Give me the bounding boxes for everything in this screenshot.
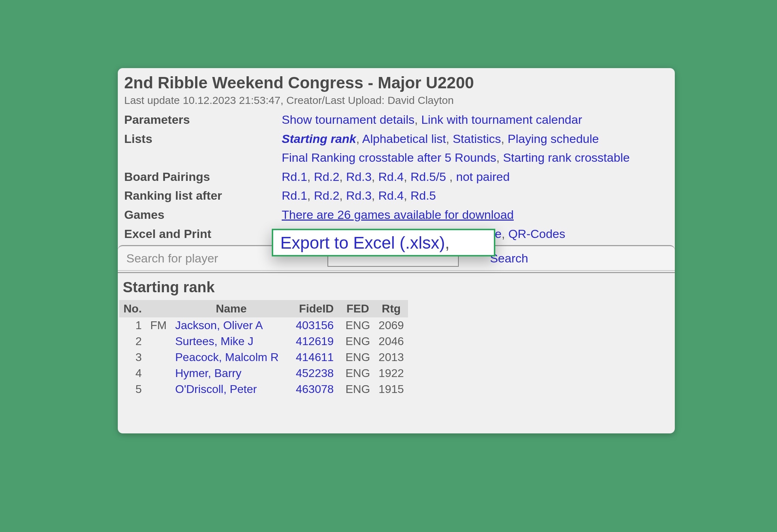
cell-title	[146, 349, 171, 365]
col-rtg: Rtg	[374, 300, 408, 317]
table-header-row: No. Name FideID FED Rtg	[119, 300, 408, 317]
label-excel-print: Excel and Print	[124, 226, 282, 243]
table-row: 2Surtees, Mike J412619ENG2046	[119, 333, 408, 349]
label-board-pairings: Board Pairings	[124, 168, 282, 185]
link-games-download[interactable]: There are 26 games available for downloa…	[282, 208, 514, 221]
cell-fed: ENG	[341, 381, 374, 397]
link-tournament-calendar[interactable]: Link with tournament calendar	[421, 113, 582, 126]
link-playing-schedule[interactable]: Playing schedule	[508, 132, 599, 145]
cell-name: Surtees, Mike J	[171, 333, 292, 349]
cell-fideid: 452238	[292, 365, 341, 381]
table-title: Starting rank	[118, 273, 675, 300]
link-starting-rank[interactable]: Starting rank	[282, 132, 356, 145]
row-board-pairings: Board Pairings Rd.1, Rd.2, Rd.3, Rd.4, R…	[124, 168, 668, 185]
link-show-details[interactable]: Show tournament details	[282, 113, 414, 126]
label-ranking-after: Ranking list after	[124, 187, 282, 204]
link-bp-rd3[interactable]: Rd.3	[346, 170, 371, 183]
cell-rtg: 2069	[374, 317, 408, 333]
cell-fideid: 463078	[292, 381, 341, 397]
cell-name: Peacock, Malcolm R	[171, 349, 292, 365]
cell-name: Hymer, Barry	[171, 365, 292, 381]
link-ra-rd1[interactable]: Rd.1	[282, 189, 307, 202]
cell-title	[146, 381, 171, 397]
link-bp-rd4[interactable]: Rd.4	[378, 170, 404, 183]
export-excel-comma: ,	[445, 233, 450, 253]
cell-rtg: 1922	[374, 365, 408, 381]
cell-title	[146, 365, 171, 381]
link-qr-codes[interactable]: QR-Codes	[508, 227, 566, 240]
table-row: 1FMJackson, Oliver A403156ENG2069	[119, 317, 408, 333]
fideid-link[interactable]: 412619	[296, 335, 334, 348]
table-row: 5O'Driscoll, Peter463078ENG1915	[119, 381, 408, 397]
link-bp-rd5[interactable]: Rd.5/5	[410, 170, 446, 183]
search-button[interactable]: Search	[490, 251, 528, 265]
cell-no: 4	[119, 365, 146, 381]
label-games: Games	[124, 206, 282, 223]
table-section: Starting rank No. Name FideID FED Rtg 1F…	[118, 272, 675, 397]
export-excel-text: Export to Excel (.xlsx)	[280, 233, 445, 253]
cell-fideid: 412619	[292, 333, 341, 349]
link-statistics[interactable]: Statistics	[453, 132, 501, 145]
export-excel-callout[interactable]: Export to Excel (.xlsx) ,	[272, 229, 495, 256]
link-not-paired[interactable]: not paired	[456, 170, 509, 183]
label-lists: Lists	[124, 131, 282, 148]
row-ranking-after: Ranking list after Rd.1, Rd.2, Rd.3, Rd.…	[124, 187, 668, 204]
starting-rank-table: No. Name FideID FED Rtg 1FMJackson, Oliv…	[119, 300, 408, 397]
row-games: Games There are 26 games available for d…	[124, 206, 668, 223]
cell-title: FM	[146, 317, 171, 333]
player-link[interactable]: Hymer, Barry	[175, 367, 242, 379]
cell-fideid: 403156	[292, 317, 341, 333]
link-alphabetical[interactable]: Alphabetical list	[362, 132, 446, 145]
link-ra-rd3[interactable]: Rd.3	[346, 189, 371, 202]
cell-rtg: 2013	[374, 349, 408, 365]
fideid-link[interactable]: 452238	[296, 367, 334, 379]
fideid-link[interactable]: 403156	[296, 319, 334, 332]
row-parameters: Parameters Show tournament details, Link…	[124, 111, 668, 128]
player-link[interactable]: Peacock, Malcolm R	[175, 351, 279, 364]
cell-fed: ENG	[341, 349, 374, 365]
link-starting-rank-crosstable[interactable]: Starting rank crosstable	[503, 151, 630, 164]
col-fideid: FideID	[292, 300, 341, 317]
table-row: 4Hymer, Barry452238ENG1922	[119, 365, 408, 381]
cell-no: 1	[119, 317, 146, 333]
player-link[interactable]: Surtees, Mike J	[175, 335, 254, 348]
label-parameters: Parameters	[124, 111, 282, 128]
cell-name: Jackson, Oliver A	[171, 317, 292, 333]
cell-fed: ENG	[341, 317, 374, 333]
fideid-link[interactable]: 414611	[296, 351, 334, 364]
cell-rtg: 2046	[374, 333, 408, 349]
page-title: 2nd Ribble Weekend Congress - Major U220…	[124, 73, 668, 92]
cell-fed: ENG	[341, 365, 374, 381]
col-fed: FED	[341, 300, 374, 317]
player-link[interactable]: Jackson, Oliver A	[175, 319, 263, 332]
search-label: Search for player	[126, 251, 218, 265]
cell-rtg: 1915	[374, 381, 408, 397]
link-ra-rd5[interactable]: Rd.5	[410, 189, 436, 202]
link-ra-rd2[interactable]: Rd.2	[314, 189, 340, 202]
link-final-crosstable[interactable]: Final Ranking crosstable after 5 Rounds	[282, 151, 496, 164]
player-link[interactable]: O'Driscoll, Peter	[175, 383, 257, 395]
col-title	[146, 300, 171, 317]
cell-fideid: 414611	[292, 349, 341, 365]
link-ra-rd4[interactable]: Rd.4	[378, 189, 404, 202]
table-row: 3Peacock, Malcolm R414611ENG2013	[119, 349, 408, 365]
link-bp-rd1[interactable]: Rd.1	[282, 170, 307, 183]
cell-title	[146, 333, 171, 349]
col-name: Name	[171, 300, 292, 317]
cell-no: 5	[119, 381, 146, 397]
cell-fed: ENG	[341, 333, 374, 349]
fideid-link[interactable]: 463078	[296, 383, 334, 395]
cell-name: O'Driscoll, Peter	[171, 381, 292, 397]
row-lists: Lists Starting rank, Alphabetical list, …	[124, 131, 668, 148]
page-subtitle: Last update 10.12.2023 21:53:47, Creator…	[124, 94, 668, 106]
row-lists-2: Final Ranking crosstable after 5 Rounds,…	[124, 149, 668, 166]
col-no: No.	[119, 300, 146, 317]
cell-no: 3	[119, 349, 146, 365]
link-bp-rd2[interactable]: Rd.2	[314, 170, 340, 183]
cell-no: 2	[119, 333, 146, 349]
